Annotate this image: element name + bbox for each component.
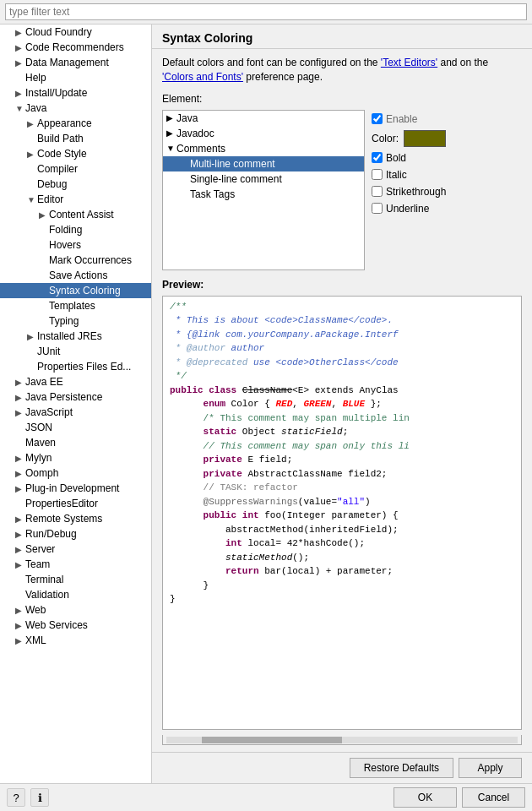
element-label: Element: <box>162 93 522 105</box>
search-input[interactable] <box>5 3 527 20</box>
cancel-button[interactable]: Cancel <box>462 787 525 808</box>
strikethrough-label[interactable]: Strikethrough <box>386 186 446 198</box>
sidebar-item-properties-files-ed[interactable]: Properties Files Ed... <box>0 359 151 374</box>
sidebar-item-label: Terminal <box>25 574 63 585</box>
ok-button[interactable]: OK <box>394 787 457 808</box>
italic-checkbox[interactable] <box>372 169 383 180</box>
sidebar-item-label: Typing <box>49 315 79 327</box>
element-item-java[interactable]: ▶Java <box>163 111 364 126</box>
sidebar-item-team[interactable]: ▶Team <box>0 557 151 572</box>
sidebar-item-javascript[interactable]: ▶JavaScript <box>0 405 151 420</box>
sidebar-item-oomph[interactable]: ▶Oomph <box>0 465 151 481</box>
help-icon[interactable]: ? <box>7 788 25 807</box>
info-icon[interactable]: ℹ <box>30 788 49 807</box>
element-item-multiline-comment[interactable]: Multi-line comment <box>163 156 364 171</box>
bold-label[interactable]: Bold <box>386 152 406 164</box>
sidebar-item-label: Build Path <box>37 133 84 144</box>
scroll-thumb <box>202 737 342 743</box>
sidebar-item-label: Help <box>25 72 46 84</box>
sidebar-item-data-management[interactable]: ▶Data Management <box>0 55 151 70</box>
arrow-icon: ▶ <box>15 530 25 539</box>
sidebar-item-terminal[interactable]: Terminal <box>0 572 151 587</box>
element-tree[interactable]: ▶Java▶Javadoc▼CommentsMulti-line comment… <box>162 110 365 270</box>
sidebar-item-label: Properties Files Ed... <box>37 361 131 373</box>
sidebar-item-label: Maven <box>25 437 56 449</box>
element-item-javadoc[interactable]: ▶Javadoc <box>163 126 364 141</box>
element-item-comments[interactable]: ▼Comments <box>163 141 364 156</box>
element-item-label: Javadoc <box>176 128 214 139</box>
apply-button[interactable]: Apply <box>459 758 522 778</box>
sidebar-item-help[interactable]: Help <box>0 70 151 85</box>
bold-checkbox[interactable] <box>372 152 383 163</box>
sidebar-item-compiler[interactable]: Compiler <box>0 161 151 177</box>
color-picker[interactable] <box>404 130 446 147</box>
sidebar-item-installed-jres[interactable]: ▶Installed JREs <box>0 329 151 344</box>
restore-defaults-button[interactable]: Restore Defaults <box>350 758 453 778</box>
sidebar-item-build-path[interactable]: Build Path <box>0 131 151 146</box>
sidebar-item-syntax-coloring[interactable]: Syntax Coloring <box>0 283 151 298</box>
sidebar-item-code-style[interactable]: ▶Code Style <box>0 146 151 161</box>
footer: ? ℹ OK Cancel <box>0 783 532 811</box>
sidebar-item-label: Editor <box>37 193 63 205</box>
sidebar-item-hovers[interactable]: Hovers <box>0 237 151 253</box>
arrow-icon: ▶ <box>15 621 25 630</box>
sidebar: ▶Cloud Foundry▶Code Recommenders▶Data Ma… <box>0 24 152 783</box>
enable-checkbox[interactable] <box>372 113 383 124</box>
desc-and: and on the <box>437 57 488 68</box>
arrow-icon: ▶ <box>15 454 25 463</box>
colors-fonts-link[interactable]: 'Colors and Fonts' <box>162 71 243 83</box>
sidebar-item-run-debug[interactable]: ▶Run/Debug <box>0 526 151 542</box>
sidebar-item-plug-in-development[interactable]: ▶Plug-in Development <box>0 481 151 496</box>
strikethrough-row: Strikethrough <box>372 186 446 198</box>
sidebar-item-save-actions[interactable]: Save Actions <box>0 268 151 283</box>
italic-label[interactable]: Italic <box>386 169 407 181</box>
text-editors-link[interactable]: 'Text Editors' <box>381 57 437 68</box>
sidebar-item-java-ee[interactable]: ▶Java EE <box>0 374 151 389</box>
preview-scrollbar[interactable] <box>162 735 522 745</box>
sidebar-item-label: Team <box>25 558 50 570</box>
sidebar-item-code-recommenders[interactable]: ▶Code Recommenders <box>0 40 151 55</box>
element-item-singleline-comment[interactable]: Single-line comment <box>163 171 364 187</box>
underline-checkbox[interactable] <box>372 203 383 214</box>
sidebar-item-java[interactable]: ▼Java <box>0 101 151 116</box>
sidebar-item-label: Web <box>25 604 46 616</box>
arrow-icon: ▶ <box>15 378 25 387</box>
sidebar-item-json[interactable]: JSON <box>0 420 151 435</box>
arrow-icon: ▶ <box>15 514 25 524</box>
sidebar-item-content-assist[interactable]: ▶Content Assist <box>0 207 151 222</box>
sidebar-item-junit[interactable]: JUnit <box>0 344 151 359</box>
arrow-icon: ▶ <box>27 332 37 341</box>
sidebar-item-cloud-foundry[interactable]: ▶Cloud Foundry <box>0 24 151 40</box>
sidebar-item-xml[interactable]: ▶XML <box>0 633 151 648</box>
sidebar-item-mylyn[interactable]: ▶Mylyn <box>0 450 151 465</box>
arrow-icon: ▶ <box>15 560 25 569</box>
sidebar-item-maven[interactable]: Maven <box>0 435 151 450</box>
sidebar-item-web[interactable]: ▶Web <box>0 602 151 618</box>
element-item-task-tags[interactable]: Task Tags <box>163 187 364 202</box>
underline-label[interactable]: Underline <box>386 203 429 215</box>
sidebar-item-debug[interactable]: Debug <box>0 177 151 192</box>
sidebar-item-mark-occurrences[interactable]: Mark Occurrences <box>0 253 151 268</box>
sidebar-item-label: XML <box>25 634 46 646</box>
panel-title: Syntax Coloring <box>152 24 532 49</box>
sidebar-item-remote-systems[interactable]: ▶Remote Systems <box>0 511 151 526</box>
strikethrough-checkbox[interactable] <box>372 186 383 197</box>
sidebar-item-web-services[interactable]: ▶Web Services <box>0 618 151 633</box>
sidebar-item-typing[interactable]: Typing <box>0 313 151 329</box>
sidebar-item-install-update[interactable]: ▶Install/Update <box>0 85 151 101</box>
italic-row: Italic <box>372 169 446 181</box>
sidebar-item-server[interactable]: ▶Server <box>0 542 151 557</box>
sidebar-item-validation[interactable]: Validation <box>0 587 151 602</box>
sidebar-item-folding[interactable]: Folding <box>0 222 151 237</box>
sidebar-item-label: Java <box>25 102 46 114</box>
enable-label[interactable]: Enable <box>386 113 417 125</box>
underline-row: Underline <box>372 203 446 215</box>
sidebar-item-java-persistence[interactable]: ▶Java Persistence <box>0 389 151 405</box>
sidebar-item-templates[interactable]: Templates <box>0 298 151 313</box>
panel-content: Default colors and font can be configure… <box>152 49 532 752</box>
sidebar-item-label: PropertiesEditor <box>25 498 98 509</box>
sidebar-item-editor[interactable]: ▼Editor <box>0 192 151 207</box>
sidebar-item-appearance[interactable]: ▶Appearance <box>0 116 151 131</box>
sidebar-item-properties-editor[interactable]: PropertiesEditor <box>0 496 151 511</box>
arrow-icon: ▶ <box>39 210 49 220</box>
